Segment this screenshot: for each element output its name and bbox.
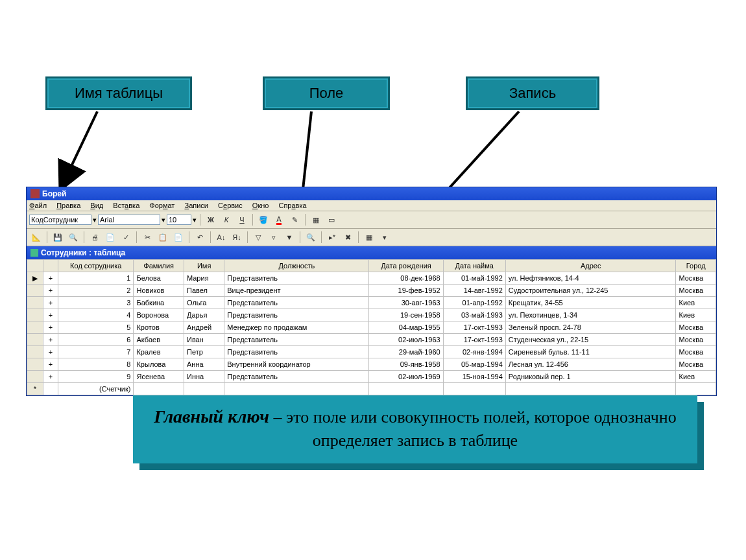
cell-hdate[interactable]: 14-авг-1992 [443, 285, 505, 297]
row-selector[interactable] [27, 334, 43, 346]
delete-record-button[interactable]: ✖ [341, 230, 355, 244]
cell-id[interactable]: 6 [58, 334, 134, 346]
menu-view[interactable]: Вид [90, 202, 103, 209]
cell-name[interactable]: Павел [184, 285, 224, 297]
cell-addr[interactable]: Студенческая ул., 22-15 [505, 334, 676, 346]
col-bdate[interactable]: Дата рождения [369, 260, 443, 272]
cell-hdate[interactable]: 02-янв-1994 [443, 346, 505, 358]
menu-tools[interactable]: Сервис [218, 202, 243, 209]
cell-name[interactable]: Иван [184, 334, 224, 346]
row-selector[interactable] [27, 309, 43, 321]
search-button[interactable]: 🔍 [66, 230, 80, 244]
cell-name[interactable]: Ольга [184, 297, 224, 309]
cell-bdate[interactable]: 29-май-1960 [369, 346, 443, 358]
save-button[interactable]: 💾 [51, 230, 65, 244]
cell-addr[interactable]: Лесная ул. 12-456 [505, 358, 676, 371]
cell-hdate[interactable]: 05-мар-1994 [443, 358, 505, 371]
menu-file[interactable]: Файл [29, 202, 47, 209]
expand-icon[interactable]: + [43, 321, 58, 334]
select-all[interactable] [27, 260, 43, 272]
new-record-button[interactable]: ▸* [325, 230, 339, 244]
cell-name[interactable]: Анна [184, 358, 224, 371]
cell-bdate[interactable]: 30-авг-1963 [369, 297, 443, 309]
cell-addr[interactable]: Крещатик, 34-55 [505, 297, 676, 309]
col-id[interactable]: Код сотрудника [58, 260, 134, 272]
cell-hdate[interactable]: 01-апр-1992 [443, 297, 505, 309]
cell-bdate[interactable]: 19-сен-1958 [369, 309, 443, 321]
cell-pos[interactable]: Представитель [224, 297, 369, 309]
col-fam[interactable]: Фамилия [134, 260, 184, 272]
db-window-button[interactable]: ▦ [362, 230, 376, 244]
row-selector[interactable] [27, 321, 43, 334]
fill-color-button[interactable]: 🪣 [256, 213, 271, 227]
sort-desc-button[interactable]: Я↓ [230, 230, 244, 244]
sort-asc-button[interactable]: A↓ [214, 230, 228, 244]
spell-button[interactable]: ✓ [119, 230, 133, 244]
cell-bdate[interactable]: 02-июл-1969 [369, 371, 443, 383]
cell-pos[interactable]: Внутренний координатор [224, 358, 369, 371]
cell-id[interactable]: 9 [58, 371, 134, 383]
underline-button[interactable]: Ч [235, 213, 249, 227]
col-pos[interactable]: Должность [224, 260, 369, 272]
cell-pos[interactable]: Представитель [224, 346, 369, 358]
row-selector[interactable] [27, 371, 43, 383]
menu-help[interactable]: Справка [278, 202, 306, 209]
italic-button[interactable]: К [219, 213, 234, 227]
cell-bdate[interactable]: 08-дек-1968 [369, 272, 443, 285]
table-row[interactable]: +3БабкинаОльгаПредставитель30-авг-196301… [27, 297, 716, 309]
row-selector[interactable] [27, 358, 43, 371]
cell-addr[interactable]: Сиреневый бульв. 11-11 [505, 346, 676, 358]
table-row[interactable]: +6АкбаевИванПредставитель02-июл-196317-о… [27, 334, 716, 346]
cell-id[interactable]: 1 [58, 272, 134, 285]
col-hdate[interactable]: Дата найма [443, 260, 505, 272]
menubar[interactable]: Файл Правка Вид Вставка Формат Записи Се… [27, 200, 716, 211]
cell-id[interactable]: 2 [58, 285, 134, 297]
cell-city[interactable]: Москва [676, 334, 716, 346]
cell-city[interactable]: Москва [676, 321, 716, 334]
cell-pos[interactable]: Представитель [224, 309, 369, 321]
menu-edit[interactable]: Правка [56, 202, 80, 209]
cell-hdate[interactable]: 01-май-1992 [443, 272, 505, 285]
table-row[interactable]: +9ЯсеневаИннаПредставитель02-июл-196915-… [27, 371, 716, 383]
table-row[interactable]: +5КротовАндрейМенеджер по продажам04-мар… [27, 321, 716, 334]
cell-name[interactable]: Мария [184, 272, 224, 285]
cell-addr[interactable]: Зеленый просп. 24-78 [505, 321, 676, 334]
cut-button[interactable]: ✂ [140, 230, 154, 244]
cell-bdate[interactable]: 19-фев-1952 [369, 285, 443, 297]
table-row[interactable]: +2НовиковПавелВице-президент19-фев-19521… [27, 285, 716, 297]
expand-icon[interactable]: + [43, 309, 58, 321]
expand-icon[interactable]: + [43, 272, 58, 285]
expand-icon[interactable]: + [43, 346, 58, 358]
col-city[interactable]: Город [676, 260, 716, 272]
cell-fam[interactable]: Акбаев [134, 334, 184, 346]
table-row[interactable]: +8КрыловаАннаВнутренний координатор09-ян… [27, 358, 716, 371]
cell-city[interactable]: Киев [676, 371, 716, 383]
cell-id[interactable]: 3 [58, 297, 134, 309]
new-object-button[interactable]: ▾ [378, 230, 392, 244]
row-selector[interactable] [27, 285, 43, 297]
cell-bdate[interactable]: 09-янв-1958 [369, 358, 443, 371]
cell-fam[interactable]: Крылова [134, 358, 184, 371]
field-combo[interactable]: КодСотрудник [29, 215, 91, 225]
cell-city[interactable]: Москва [676, 272, 716, 285]
cell-city[interactable]: Киев [676, 297, 716, 309]
cell-fam[interactable]: Воронова [134, 309, 184, 321]
col-name[interactable]: Имя [184, 260, 224, 272]
filter-form-button[interactable]: ▿ [267, 230, 281, 244]
new-row-marker[interactable]: * [27, 383, 43, 395]
cell-city[interactable]: Москва [676, 358, 716, 371]
cell-hdate[interactable]: 17-окт-1993 [443, 334, 505, 346]
cell-hdate[interactable]: 03-май-1993 [443, 309, 505, 321]
row-selector[interactable]: ▶ [27, 272, 43, 285]
bold-button[interactable]: Ж [204, 213, 218, 227]
cell-addr[interactable]: Родниковый пер. 1 [505, 371, 676, 383]
cell-pos[interactable]: Менеджер по продажам [224, 321, 369, 334]
cell-city[interactable]: Москва [676, 346, 716, 358]
data-table[interactable]: Код сотрудника Фамилия Имя Должность Дат… [27, 259, 716, 395]
font-combo[interactable]: Arial [98, 215, 160, 225]
table-row[interactable]: +7КралевПетрПредставитель29-май-196002-я… [27, 346, 716, 358]
toggle-filter-button[interactable]: ▼ [282, 230, 296, 244]
cell-id[interactable]: 5 [58, 321, 134, 334]
cell-pos[interactable]: Представитель [224, 334, 369, 346]
filter-selection-button[interactable]: ▽ [251, 230, 265, 244]
